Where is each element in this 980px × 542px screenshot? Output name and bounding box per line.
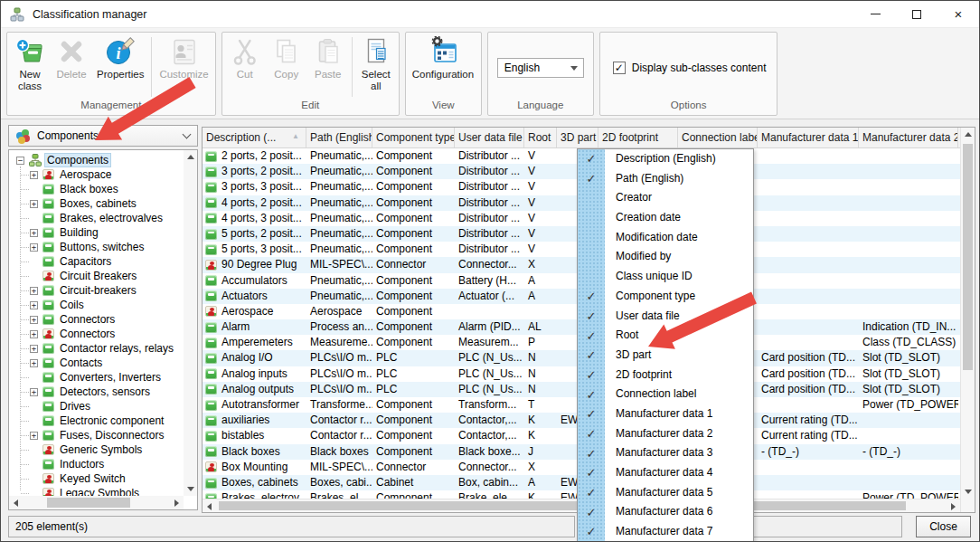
expand-icon[interactable]: + <box>30 200 38 208</box>
scrollbar-thumb[interactable] <box>47 498 130 508</box>
column-header-description[interactable]: Description (...▲ <box>203 128 306 147</box>
menu-item-user-data-file[interactable]: ✓User data file <box>578 307 753 327</box>
scroll-right-icon[interactable] <box>947 499 960 513</box>
close-window-button[interactable]: × <box>938 1 979 27</box>
expand-icon[interactable]: + <box>30 171 38 179</box>
expand-icon[interactable]: + <box>30 229 38 237</box>
column-header-user-data-file[interactable]: User data file <box>455 128 524 147</box>
cut-button[interactable]: Cut <box>224 34 266 81</box>
scrollbar-thumb[interactable] <box>219 501 906 510</box>
new-class-button[interactable]: New class <box>9 34 51 92</box>
tree-item-connectors[interactable]: +Connectors <box>9 327 184 341</box>
column-header-connection-label[interactable]: Connection label <box>678 128 758 147</box>
copy-button[interactable]: Copy <box>266 34 307 81</box>
column-header-component-type[interactable]: Component type <box>372 128 455 147</box>
menu-item-creation-date[interactable]: Creation date <box>578 208 753 228</box>
expand-icon[interactable]: + <box>30 316 38 324</box>
expand-icon[interactable]: + <box>30 330 38 338</box>
select-all-button[interactable]: Select all <box>355 34 397 92</box>
column-header-path-english[interactable]: Path (English) <box>306 128 372 147</box>
scroll-down-icon[interactable] <box>961 485 975 499</box>
tree-item-keyed-switch[interactable]: Keyed Switch <box>9 471 184 486</box>
cell-component-type: Component <box>372 289 455 304</box>
customize-button[interactable]: Customize <box>155 34 212 81</box>
scrollbar-thumb[interactable] <box>963 144 973 370</box>
configuration-button[interactable]: Configuration <box>408 34 478 81</box>
scroll-up-icon[interactable] <box>184 150 197 164</box>
tree-item-generic-symbols[interactable]: Generic Symbols <box>9 442 184 457</box>
close-button[interactable]: Close <box>916 516 971 537</box>
tree-item-circuit-breakers[interactable]: +Circuit-breakers <box>9 283 184 298</box>
tree-item-brakes-electrovalves[interactable]: Brakes, electrovalves <box>9 211 184 225</box>
tree-item-connectors[interactable]: +Connectors <box>9 312 184 327</box>
menu-item-modified-by[interactable]: Modified by <box>578 247 753 267</box>
tree-item-circuit-breakers[interactable]: Circuit Breakers <box>9 269 184 283</box>
menu-item-connection-label[interactable]: ✓Connection label <box>578 385 753 404</box>
menu-item-manufacturer-data-4[interactable]: ✓Manufacturer data 4 <box>578 463 753 483</box>
scroll-right-icon[interactable] <box>170 496 184 509</box>
tree-item-label: Circuit-breakers <box>58 284 138 297</box>
language-combo[interactable]: English <box>497 58 584 78</box>
menu-item-manufacturer-data-3[interactable]: ✓Manufacturer data 3 <box>578 443 753 463</box>
minimize-button[interactable] <box>854 1 896 27</box>
menu-item-component-type[interactable]: ✓Component type <box>578 287 753 307</box>
expand-icon[interactable]: + <box>30 301 38 309</box>
tree-item-converters-inverters[interactable]: Converters, Inverters <box>9 370 184 385</box>
expand-icon[interactable]: + <box>30 432 38 440</box>
expand-icon[interactable]: + <box>30 359 38 367</box>
tree-item-black-boxes[interactable]: Black boxes <box>9 182 184 196</box>
menu-item-manufacturer-data-1[interactable]: ✓Manufacturer data 1 <box>578 404 753 424</box>
column-header-root[interactable]: Root <box>524 128 557 147</box>
expand-icon[interactable]: + <box>30 345 38 353</box>
collapse-icon[interactable]: − <box>16 157 24 165</box>
menu-item-manufacturer-data-7[interactable]: ✓Manufacturer data 7 <box>578 522 753 542</box>
menu-item-manufacturer-data-6[interactable]: ✓Manufacturer data 6 <box>578 502 753 522</box>
table-vertical-scrollbar[interactable] <box>960 128 975 512</box>
menu-item-root[interactable]: ✓Root <box>578 326 753 346</box>
menu-item-description-english[interactable]: ✓Description (English) <box>578 149 753 169</box>
tree-item-detectors-sensors[interactable]: +Detectors, sensors <box>9 385 184 399</box>
menu-item-2d-footprint[interactable]: ✓2D footprint <box>578 366 753 385</box>
tree-horizontal-scrollbar[interactable] <box>9 496 184 509</box>
tree-item-inductors[interactable]: Inductors <box>9 457 184 471</box>
column-header-manufacturer-data-1[interactable]: Manufacturer data 1 <box>758 128 859 147</box>
scroll-down-icon[interactable] <box>184 482 197 496</box>
menu-item-class-unique-id[interactable]: Class unique ID <box>578 267 753 287</box>
menu-item-manufacturer-data-5[interactable]: ✓Manufacturer data 5 <box>578 483 753 503</box>
tree-item-building[interactable]: +Building <box>9 225 184 240</box>
tree-item-components[interactable]: −Components <box>9 153 184 167</box>
paste-button[interactable]: Paste <box>307 34 349 81</box>
maximize-button[interactable] <box>896 1 938 27</box>
tree-item-fuses-disconnectors[interactable]: +Fuses, Disconnectors <box>9 428 184 442</box>
table-header: Description (...▲Path (English)Component… <box>203 128 960 148</box>
tree-item-capacitors[interactable]: Capacitors <box>9 254 184 269</box>
tree-item-boxes-cabinets[interactable]: +Boxes, cabinets <box>9 196 184 211</box>
menu-item-creator[interactable]: Creator <box>578 188 753 208</box>
scroll-left-icon[interactable] <box>9 496 23 509</box>
tree-item-aerospace[interactable]: +Aerospace <box>9 167 184 182</box>
menu-item-3d-part[interactable]: ✓3D part <box>578 346 753 366</box>
tree-item-contacts[interactable]: +Contacts <box>9 356 184 370</box>
tree-item-coils[interactable]: +Coils <box>9 298 184 312</box>
tree-item-legacy-symbols[interactable]: Legacy Symbols <box>9 486 184 496</box>
column-header-manufacturer-data-2[interactable]: Manufacturer data 2 <box>859 128 958 147</box>
column-header-3d-part[interactable]: 3D part <box>557 128 598 147</box>
tree-item-drives[interactable]: Drives <box>9 399 184 414</box>
menu-item-modification-date[interactable]: Modification date <box>578 228 753 248</box>
scroll-left-icon[interactable] <box>203 499 216 513</box>
tree-item-buttons-switches[interactable]: +Buttons, switches <box>9 240 184 254</box>
delete-button[interactable]: Delete <box>51 34 92 81</box>
expand-icon[interactable]: + <box>30 287 38 295</box>
expand-icon[interactable]: + <box>30 243 38 252</box>
tree-item-contactor-relays-relays[interactable]: +Contactor relays, relays <box>9 341 184 356</box>
tree-item-electronic-component[interactable]: Electronic component <box>9 414 184 428</box>
menu-item-path-english[interactable]: ✓Path (English) <box>578 169 753 189</box>
scroll-up-icon[interactable] <box>961 128 975 141</box>
column-header-2d-footprint[interactable]: 2D footprint <box>598 128 678 147</box>
properties-button[interactable]: iProperties <box>92 34 148 81</box>
menu-item-manufacturer-data-2[interactable]: ✓Manufacturer data 2 <box>578 424 753 444</box>
library-selector-combo[interactable]: Components <box>8 125 198 147</box>
display-sub-classes-content-checkbox[interactable]: ✓Display sub-classes content <box>613 62 767 74</box>
expand-icon[interactable]: + <box>30 388 38 396</box>
tree-vertical-scrollbar[interactable] <box>184 150 197 496</box>
